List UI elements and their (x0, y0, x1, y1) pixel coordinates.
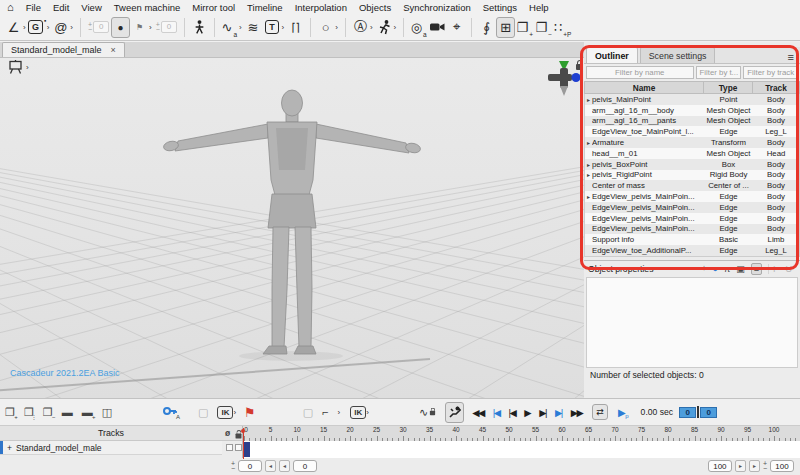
range-start-stepper[interactable]: +− (231, 461, 235, 471)
selection-box-icon[interactable]: ▢ (198, 406, 208, 419)
track-expand-icon[interactable]: + (7, 443, 12, 453)
keyframe-stepper-right[interactable]: +− 0 (156, 21, 177, 33)
camera-target-icon[interactable]: ◎a (409, 17, 428, 38)
graph-mode-icon[interactable]: G▪ (28, 17, 47, 38)
chevron-down-icon[interactable]: › (233, 408, 236, 417)
camera-lock-icon[interactable] (576, 64, 583, 70)
track-label[interactable]: + Standard_model_male (0, 441, 222, 455)
pin-tool-button[interactable] (445, 402, 464, 423)
menu-item[interactable]: Edit (53, 2, 69, 13)
ik-mode-button[interactable]: IK (217, 406, 233, 419)
chevron-down-icon[interactable]: › (47, 23, 50, 32)
curve-lock-icon[interactable]: ∿ (419, 406, 436, 419)
chevron-down-icon[interactable]: › (26, 63, 29, 72)
add-point-icon[interactable]: ∷+P (553, 17, 572, 38)
close-tab-icon[interactable]: × (111, 45, 116, 55)
table-row[interactable]: EdgeView_toe_MainPoint_l...EdgeLeg_L (585, 126, 799, 137)
grid-toggle-button[interactable]: ⊞ (496, 17, 515, 38)
menu-item[interactable]: Interpolation (295, 2, 347, 13)
table-row[interactable]: Support infoBasicLimb (585, 234, 799, 245)
track-tool-icon[interactable]: ▬ (62, 406, 73, 419)
menu-item[interactable]: Mirror tool (192, 2, 235, 13)
column-header-type[interactable]: Type (704, 82, 753, 93)
tab-scene-settings[interactable]: Scene settings (640, 47, 716, 63)
current-frame-block[interactable] (244, 442, 250, 457)
expand-icon[interactable]: ▸ (585, 193, 592, 200)
code-view-icon[interactable]: ▣ (736, 264, 745, 274)
table-row[interactable]: EdgeView_toe_AdditionalP...EdgeLeg_L (585, 245, 799, 256)
chevron-down-icon[interactable]: › (149, 23, 152, 32)
position-icon[interactable]: ⌖ (701, 263, 706, 274)
filter-by-name-input[interactable]: Filter by name (586, 66, 694, 79)
ik-mode-button-2[interactable]: IK (350, 406, 366, 419)
current-frame-field[interactable]: 0 (679, 407, 696, 418)
chevron-down-icon[interactable]: › (70, 23, 73, 32)
sphere-icon[interactable]: ● (713, 264, 718, 274)
expand-icon[interactable]: ▸ (585, 139, 592, 146)
lock-tracks-icon[interactable] (236, 433, 242, 438)
text-overlay-icon[interactable]: T (263, 17, 282, 38)
range-end-prev-button[interactable]: ▸ (735, 460, 746, 472)
interpolation-graph-icon[interactable]: ∠ (4, 17, 23, 38)
playblast-icon[interactable]: ▶p (618, 407, 626, 418)
step-interpolation-icon[interactable]: ⌐ (322, 406, 328, 418)
menu-item[interactable]: View (81, 2, 101, 13)
table-row[interactable]: ▸EdgeView_pelvis_MainPoin...EdgeBody (585, 191, 799, 202)
range-end-stepper[interactable]: +− (763, 461, 767, 471)
pin-flag-icon[interactable]: ⚑ (130, 17, 149, 38)
transport-button[interactable]: |◀ (493, 407, 500, 418)
viewport-3d[interactable]: › Cascadeur 2021.2EA Basic (0, 58, 584, 398)
chevron-down-icon[interactable]: › (394, 23, 397, 32)
units-button[interactable]: U (786, 264, 797, 274)
range-start-field[interactable]: 0 (238, 460, 262, 472)
chevron-down-icon[interactable]: › (366, 408, 369, 417)
interpolation-button[interactable]: I (768, 264, 780, 274)
filter-by-type-input[interactable]: Filter by t... (696, 66, 742, 79)
transport-button[interactable]: ▶| (555, 407, 562, 418)
ellipse-tool-icon[interactable]: ○ (316, 17, 335, 38)
track-tool-icon[interactable]: ❐+ (5, 406, 15, 419)
menu-item[interactable]: Tween machine (114, 2, 181, 13)
chevron-down-icon[interactable]: › (23, 23, 26, 32)
keyframe-stepper-left[interactable]: +− 0 (88, 21, 109, 33)
transport-button[interactable]: ▶▶ (571, 407, 583, 418)
spiral-icon[interactable]: ∮ (477, 17, 496, 38)
tab-outliner[interactable]: Outliner (586, 47, 638, 63)
home-icon[interactable]: ⌂ (7, 2, 14, 12)
chevron-down-icon[interactable]: › (338, 408, 341, 417)
key-icon[interactable]: A (163, 405, 177, 419)
table-row[interactable]: ▸pelvis_MainPointPointBody (585, 94, 799, 105)
trajectory-icon[interactable]: ∿a (220, 17, 239, 38)
corner-brackets-icon[interactable]: ⌈⌉ (286, 17, 305, 38)
expand-icon[interactable]: ▸ (585, 96, 592, 103)
track-lane[interactable] (242, 441, 800, 459)
remove-layer-icon[interactable]: ❐− (534, 17, 553, 38)
transport-button[interactable]: ◀◀ (472, 407, 484, 418)
flag-icon[interactable]: ⚑ (244, 405, 256, 420)
table-row[interactable]: ▸ArmatureTransformBody (585, 137, 799, 148)
menu-item[interactable]: Synchronization (403, 2, 471, 13)
quick-rig-icon[interactable]: @ (51, 17, 70, 38)
record-keyframe-button[interactable]: ● (111, 17, 130, 38)
chevron-down-icon[interactable]: › (239, 23, 242, 32)
loop-frame-field[interactable]: 0 (700, 407, 717, 418)
filter-by-track-input[interactable]: Filter by track (743, 66, 798, 79)
table-row[interactable]: EdgeView_pelvis_MainPoin...EdgeBody (585, 213, 799, 224)
ghost-mode-icon[interactable]: Ⓐ (351, 17, 370, 38)
character-pose-icon[interactable] (190, 17, 209, 38)
table-row[interactable]: head__m_01Mesh ObjectHead (585, 148, 799, 159)
viewport-display-button[interactable]: › (8, 60, 31, 74)
table-row[interactable]: Center of massCenter of ...Body (585, 180, 799, 191)
range-start-next-button[interactable]: ◂ (279, 460, 290, 472)
expand-icon[interactable]: ▸ (585, 171, 592, 178)
list-view-icon[interactable]: ≡ (751, 263, 762, 275)
chevron-down-icon[interactable]: › (282, 23, 285, 32)
selection-box-icon[interactable]: ▢ (303, 406, 313, 419)
range-end-field-2[interactable]: 100 (770, 460, 794, 472)
wave-edit-icon[interactable]: ≋ (244, 17, 263, 38)
menu-item[interactable]: Help (529, 2, 549, 13)
menu-item[interactable]: Timeline (247, 2, 283, 13)
range-start-prev-button[interactable]: ◂ (265, 460, 276, 472)
range-end-next-button[interactable]: ▸ (749, 460, 760, 472)
track-tool-icon[interactable]: ❐⋮ (24, 406, 34, 419)
